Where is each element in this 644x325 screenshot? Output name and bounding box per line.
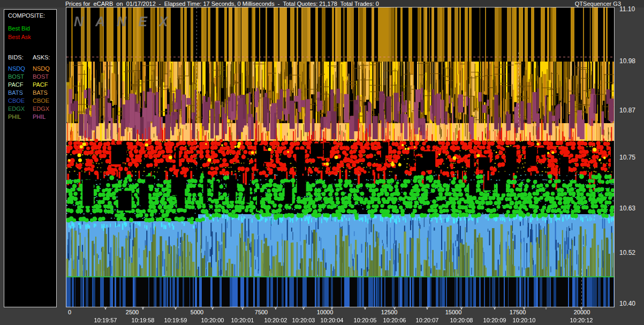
time-tick-marker: ∨ xyxy=(426,306,429,311)
quote-count-tick-label: 7500 xyxy=(255,309,268,315)
quote-count-tick-label: 2500 xyxy=(126,309,139,315)
legend-panel: COMPOSITE: Best Bid Best Ask BIDS: ASKS:… xyxy=(4,9,57,307)
time-tick-marker: ∨ xyxy=(302,306,306,311)
time-tick-marker: ∨ xyxy=(393,306,397,311)
price-tick-label: 10.63 xyxy=(619,205,635,212)
exchange-bid-label: EDGX xyxy=(8,105,25,112)
chart-title: Prices for eCARB on 01/17/2012 - Elapsed… xyxy=(65,1,379,7)
time-tick-label: 10:20:09 xyxy=(483,317,506,323)
time-tick-marker: ∨ xyxy=(141,306,145,311)
price-tick-label: 11.10 xyxy=(619,5,635,13)
price-tick-label: 10.52 xyxy=(619,249,635,256)
exchange-bid-label: PHIL xyxy=(8,114,21,120)
time-tick-label: 10:20:04 xyxy=(321,317,344,323)
time-tick-marker: ∨ xyxy=(274,306,278,311)
app-name: QTSequencer G3 xyxy=(575,1,621,7)
time-tick-marker: ∨ xyxy=(104,306,108,311)
price-tick-label: 10.40 xyxy=(619,300,635,307)
price-tick-label: 10.98 xyxy=(619,57,635,65)
time-tick-marker: ∨ xyxy=(363,306,367,311)
time-tick-marker: ∨ xyxy=(580,306,584,311)
quote-count-tick-label: 5000 xyxy=(191,309,203,315)
price-tick-label: 10.87 xyxy=(619,107,635,114)
quote-count-tick-label: 15000 xyxy=(445,309,462,315)
legend-exchange-row: BATSBATS xyxy=(4,89,56,97)
price-chart-canvas xyxy=(66,7,614,307)
exchange-ask-label: CBOE xyxy=(33,97,49,104)
bids-column-header: BIDS: xyxy=(8,54,24,61)
plot-area[interactable]: NANEX xyxy=(66,7,615,307)
time-tick-label: 10:20:03 xyxy=(292,317,315,323)
time-tick-label: 10:20:01 xyxy=(231,317,254,323)
app-window: Prices for eCARB on 01/17/2012 - Elapsed… xyxy=(0,0,644,325)
time-tick-label: 10:20:06 xyxy=(383,317,406,323)
exchange-bid-label: BOST xyxy=(8,73,24,80)
time-tick-label: 10:20:08 xyxy=(450,317,473,323)
exchange-bid-label: NSDQ xyxy=(8,65,25,72)
time-tick-label: 10:20:00 xyxy=(201,317,224,323)
time-tick-marker: ∨ xyxy=(460,306,464,311)
time-tick-label: 10:19:58 xyxy=(132,317,155,323)
time-tick-label: 10:20:10 xyxy=(513,317,536,323)
time-tick-marker: ∨ xyxy=(493,306,497,311)
exchange-bid-label: PACF xyxy=(8,81,24,88)
best-ask-label: Best Ask xyxy=(8,34,31,40)
time-tick-marker: ∨ xyxy=(211,306,215,311)
asks-column-header: ASKS: xyxy=(33,54,50,61)
legend-exchange-row: CBOECBOE xyxy=(4,97,56,105)
time-tick-marker: ∨ xyxy=(174,306,178,311)
time-tick-marker: ∨ xyxy=(241,306,245,311)
exchange-ask-label: BATS xyxy=(33,89,48,96)
time-tick-label: 10:19:59 xyxy=(164,317,187,323)
time-tick-label: 10:20:05 xyxy=(354,317,377,323)
exchange-ask-label: PACF xyxy=(33,81,48,88)
exchange-ask-label: PHIL xyxy=(33,114,46,120)
legend-exchange-row: NSDQNSDQ xyxy=(4,65,56,73)
time-tick-marker: ∨ xyxy=(522,306,526,311)
legend-exchange-row: BOSTBOST xyxy=(4,73,56,81)
legend-exchange-row: EDGXEDGX xyxy=(4,105,56,113)
time-tick-label: 10:20:07 xyxy=(416,317,439,323)
time-tick-label: 10:20:02 xyxy=(264,317,287,323)
exchange-ask-label: BOST xyxy=(33,73,49,80)
time-tick-label: 10:20:12 xyxy=(570,317,593,323)
price-tick-label: 10.75 xyxy=(619,154,635,161)
composite-label: COMPOSITE: xyxy=(8,12,45,19)
exchange-ask-label: EDGX xyxy=(33,105,49,112)
title-bar: Prices for eCARB on 01/17/2012 - Elapsed… xyxy=(0,0,644,7)
best-bid-label: Best Bid xyxy=(8,25,30,32)
legend-exchange-row: PHILPHIL xyxy=(4,114,56,121)
time-tick-label: 10:19:57 xyxy=(94,317,117,323)
time-tick-marker: ∨ xyxy=(330,306,334,311)
exchange-ask-label: NSDQ xyxy=(33,65,50,72)
exchange-bid-label: BATS xyxy=(8,89,23,96)
time-tick-marker: ∨ xyxy=(544,306,548,311)
legend-exchange-row: PACFPACF xyxy=(4,81,56,89)
quote-count-tick-label: 0 xyxy=(68,309,71,315)
exchange-bid-label: CBOE xyxy=(8,97,25,104)
